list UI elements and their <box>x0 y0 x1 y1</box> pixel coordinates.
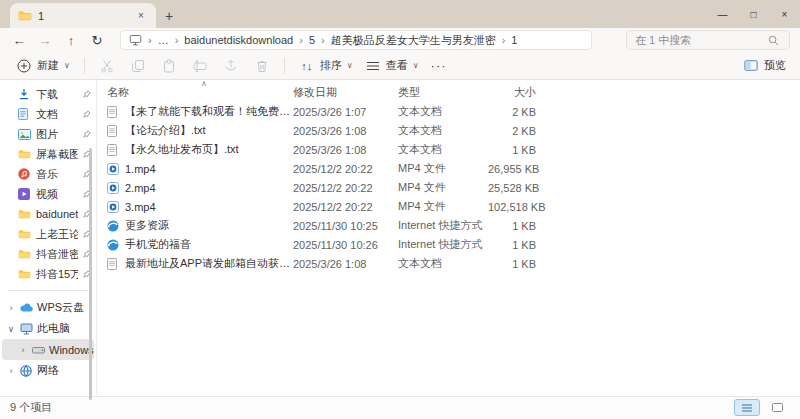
column-headers: ∧ 名称 修改日期 类型 大小 <box>97 82 800 102</box>
sidebar-separator <box>8 290 88 291</box>
address-bar[interactable]: › … › baidunetdiskdownload › 5 › 超美极品反差女… <box>120 30 592 50</box>
text-file-icon <box>107 106 119 118</box>
pin-icon <box>83 90 92 98</box>
folder-icon <box>18 10 32 21</box>
explorer-body: 下载 文档 图片 屏幕截图 音乐 <box>0 80 800 396</box>
delete-icon[interactable] <box>254 58 270 74</box>
folder-icon <box>18 249 31 259</box>
sidebar-item-folder-laowang[interactable]: 上老王论坛当 <box>0 224 96 244</box>
picture-icon <box>18 129 31 140</box>
forward-icon[interactable]: → <box>36 33 54 48</box>
sidebar-item-music[interactable]: 音乐 <box>0 164 96 184</box>
file-type: MP4 文件 <box>398 161 488 176</box>
file-row[interactable]: 【永久地址发布页】.txt 2025/3/26 1:08 文本文档 1 KB <box>97 140 800 159</box>
download-icon <box>18 88 31 100</box>
sidebar-item-wps-cloud[interactable]: › WPS云盘 <box>0 297 96 318</box>
file-size: 2 KB <box>488 106 536 118</box>
sidebar-item-pictures[interactable]: 图片 <box>0 124 96 144</box>
rename-icon[interactable] <box>192 58 208 74</box>
music-icon <box>18 168 31 180</box>
details-view-toggle[interactable] <box>734 399 760 416</box>
breadcrumb-segment[interactable]: 1 <box>511 34 517 46</box>
sort-ascending-icon: ∧ <box>201 79 207 88</box>
file-type: Internet 快捷方式 <box>398 218 488 233</box>
sidebar-item-baidunetdisk[interactable]: baidunetdisk <box>0 204 96 224</box>
file-row[interactable]: 【来了就能下载和观看！纯免费！】.txt 2025/3/26 1:07 文本文档… <box>97 102 800 121</box>
column-header-name[interactable]: 名称 <box>105 85 293 100</box>
close-button[interactable]: × <box>769 0 800 28</box>
breadcrumb-segment[interactable]: 超美极品反差女大学生与男友泄密 <box>331 33 496 48</box>
copy-icon[interactable] <box>130 58 146 74</box>
more-options-icon[interactable]: ··· <box>425 58 453 73</box>
file-list-pane: ∧ 名称 修改日期 类型 大小 【来了就能下载和观看！纯免费！】.txt 202… <box>96 80 800 396</box>
share-icon[interactable] <box>223 58 239 74</box>
new-tab-button[interactable]: + <box>156 3 182 28</box>
sidebar-scrollbar[interactable] <box>89 148 92 400</box>
sort-button[interactable]: ↑↓ 排序 ∨ <box>293 58 359 74</box>
file-row[interactable]: 手机党的福音 2025/11/30 10:26 Internet 快捷方式 1 … <box>97 235 800 254</box>
chevron-down-icon[interactable]: ∨ <box>6 324 16 334</box>
network-icon <box>20 365 33 377</box>
chevron-right-icon[interactable]: › <box>6 366 16 376</box>
sidebar-item-screenshots[interactable]: 屏幕截图 <box>0 144 96 164</box>
file-row[interactable]: 【论坛介绍】.txt 2025/3/26 1:08 文本文档 2 KB <box>97 121 800 140</box>
minimize-button[interactable]: — <box>707 0 738 28</box>
breadcrumb-ellipsis[interactable]: … <box>158 34 169 46</box>
file-row[interactable]: 2.mp4 2025/12/2 20:22 MP4 文件 25,528 KB <box>97 178 800 197</box>
column-header-date[interactable]: 修改日期 <box>293 85 398 100</box>
sidebar-item-windows-ssd[interactable]: › Windows-SSD <box>2 339 94 360</box>
up-icon[interactable]: ↑ <box>62 33 80 48</box>
close-tab-icon[interactable]: × <box>134 10 148 21</box>
cut-icon[interactable] <box>99 58 115 74</box>
column-header-type[interactable]: 类型 <box>398 85 488 100</box>
sidebar-item-documents[interactable]: 文档 <box>0 104 96 124</box>
file-row[interactable]: 最新地址及APP请发邮箱自动获取！！！.txt 2025/3/26 1:08 文… <box>97 254 800 273</box>
sidebar: 下载 文档 图片 屏幕截图 音乐 <box>0 80 96 396</box>
sidebar-item-label: WPS云盘 <box>37 300 84 315</box>
file-size: 1 KB <box>488 144 536 156</box>
breadcrumb-segment[interactable]: 5 <box>309 34 315 46</box>
sidebar-item-videos[interactable]: 视频 <box>0 184 96 204</box>
paste-icon[interactable] <box>161 58 177 74</box>
drive-icon <box>32 345 45 355</box>
sidebar-item-label: 上老王论坛当 <box>36 227 78 242</box>
breadcrumb-segment[interactable]: baidunetdiskdownload <box>184 34 293 46</box>
chevron-right-icon[interactable]: › <box>6 303 16 313</box>
sidebar-item-network[interactable]: › 网络 <box>0 360 96 381</box>
internet-shortcut-icon <box>107 220 119 232</box>
sidebar-item-folder-douyin-bloggers[interactable]: 抖音15万博主 <box>0 264 96 284</box>
navigation-bar: ← → ↑ ↻ › … › baidunetdiskdownload › 5 ›… <box>0 28 800 52</box>
large-icons-view-toggle[interactable] <box>764 399 790 416</box>
refresh-icon[interactable]: ↻ <box>88 33 106 48</box>
new-button[interactable]: 新建 ∨ <box>10 58 76 74</box>
search-icon <box>768 35 781 46</box>
file-name: 【论坛介绍】.txt <box>125 123 206 138</box>
view-button[interactable]: 查看 ∨ <box>359 58 425 74</box>
sidebar-item-downloads[interactable]: 下载 <box>0 84 96 104</box>
back-icon[interactable]: ← <box>10 33 28 48</box>
file-name: 【永久地址发布页】.txt <box>125 142 239 157</box>
sidebar-item-this-pc[interactable]: ∨ 此电脑 <box>0 318 96 339</box>
preview-button[interactable]: 预览 <box>764 58 786 73</box>
file-row[interactable]: 3.mp4 2025/12/2 20:22 MP4 文件 102,518 KB <box>97 197 800 216</box>
sidebar-item-label: 音乐 <box>36 167 58 182</box>
sidebar-item-label: 屏幕截图 <box>36 147 78 162</box>
chevron-right-icon[interactable]: › <box>18 345 28 355</box>
file-row[interactable]: 1.mp4 2025/12/2 20:22 MP4 文件 26,955 KB <box>97 159 800 178</box>
view-button-label: 查看 <box>386 58 408 73</box>
file-name: 手机党的福音 <box>125 237 191 252</box>
search-input[interactable]: 在 1 中搜索 <box>626 30 790 50</box>
sidebar-item-folder-douyin-leak[interactable]: 抖音泄密 腾迅 <box>0 244 96 264</box>
sidebar-item-label: 抖音15万博主 <box>36 267 78 282</box>
sidebar-item-label: 此电脑 <box>37 321 70 336</box>
maximize-button[interactable]: □ <box>738 0 769 28</box>
explorer-tab[interactable]: 1 × <box>10 3 156 28</box>
sort-button-label: 排序 <box>320 58 342 73</box>
file-row[interactable]: 更多资源 2025/11/30 10:25 Internet 快捷方式 1 KB <box>97 216 800 235</box>
file-action-icons <box>99 58 270 74</box>
file-size: 1 KB <box>488 258 536 270</box>
breadcrumb-separator: › <box>174 34 180 46</box>
file-type: 文本文档 <box>398 123 488 138</box>
column-header-size[interactable]: 大小 <box>488 85 536 100</box>
command-toolbar: 新建 ∨ ↑↓ 排序 <box>0 52 800 80</box>
